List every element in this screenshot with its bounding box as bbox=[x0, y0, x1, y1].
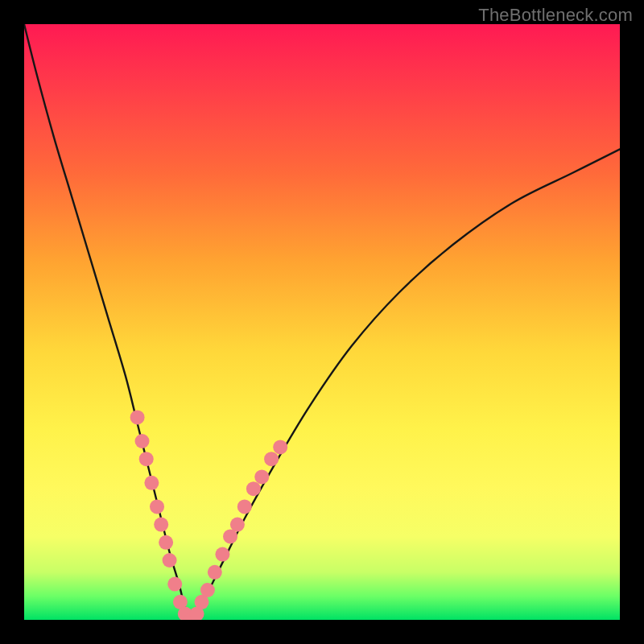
scatter-dot bbox=[144, 476, 159, 490]
scatter-dot bbox=[215, 547, 229, 562]
chart-frame: TheBottleneck.com bbox=[0, 0, 644, 644]
scatter-dot bbox=[139, 452, 154, 466]
chart-svg bbox=[24, 24, 620, 620]
bottleneck-curve bbox=[24, 24, 620, 620]
scatter-dot bbox=[273, 440, 287, 454]
scatter-dot bbox=[264, 452, 279, 466]
scatter-dot bbox=[208, 565, 222, 580]
scatter-dot bbox=[230, 518, 245, 532]
scatter-dot bbox=[130, 410, 145, 424]
scatter-dot bbox=[135, 434, 150, 448]
scatter-dot bbox=[167, 577, 182, 592]
scatter-dot bbox=[200, 583, 215, 597]
plot-area bbox=[24, 24, 620, 620]
scatter-dot bbox=[163, 553, 177, 568]
scatter-dot bbox=[154, 518, 168, 532]
scatter-dot bbox=[246, 481, 261, 496]
scatter-dot bbox=[150, 499, 164, 514]
watermark-text: TheBottleneck.com bbox=[478, 5, 633, 26]
scatter-dot bbox=[254, 469, 269, 484]
scatter-dot bbox=[237, 499, 252, 514]
scatter-dot bbox=[159, 535, 173, 550]
scatter-dots bbox=[130, 410, 288, 620]
